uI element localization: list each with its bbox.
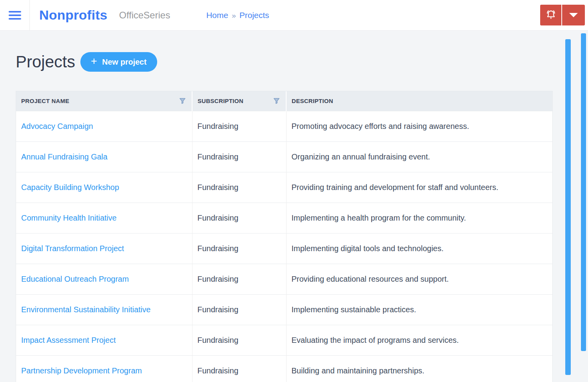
description-cell: Implementing digital tools and technolog… bbox=[286, 233, 552, 264]
outer-scrollbar-thumb[interactable] bbox=[581, 33, 586, 351]
subscription-cell: Fundraising bbox=[192, 294, 286, 325]
description-cell: Building and maintaining partnerships. bbox=[286, 355, 552, 382]
project-name-cell: Impact Assessment Project bbox=[16, 325, 192, 355]
description-cell: Providing training and development for s… bbox=[286, 172, 552, 203]
page-title: Projects bbox=[16, 50, 75, 74]
filter-funnel-icon[interactable] bbox=[273, 97, 280, 105]
plus-icon: + bbox=[91, 56, 97, 67]
main-content: Projects + New project PROJECT NAME bbox=[0, 50, 588, 382]
caret-down-icon bbox=[569, 13, 578, 17]
project-name-cell: Digital Transformation Project bbox=[16, 233, 192, 264]
title-row: Projects + New project bbox=[16, 50, 572, 74]
subscription-cell: Fundraising bbox=[192, 233, 286, 264]
project-name-link[interactable]: Advocacy Campaign bbox=[21, 122, 93, 130]
new-project-label: New project bbox=[102, 58, 147, 67]
subscription-cell: Fundraising bbox=[192, 141, 286, 172]
column-header-subscription: SUBSCRIPTION bbox=[192, 91, 286, 111]
project-name-cell: Educational Outreach Program bbox=[16, 264, 192, 294]
table-row: Digital Transformation Project Fundraisi… bbox=[16, 233, 552, 264]
table-row: Partnership Development Program Fundrais… bbox=[16, 355, 552, 382]
subscription-cell: Fundraising bbox=[192, 172, 286, 203]
table-row: Impact Assessment Project Fundraising Ev… bbox=[16, 325, 552, 355]
menu-button[interactable] bbox=[0, 0, 30, 30]
projects-table: PROJECT NAME SUBSCRIPTION bbox=[16, 91, 553, 382]
table-row: Capacity Building Workshop Fundraising P… bbox=[16, 172, 552, 203]
description-cell: Promoting advocacy efforts and raising a… bbox=[286, 111, 552, 141]
breadcrumb-separator: » bbox=[232, 11, 236, 20]
subscription-cell: Fundraising bbox=[192, 264, 286, 294]
breadcrumb: Home » Projects bbox=[206, 11, 269, 20]
notifications-button[interactable] bbox=[540, 5, 561, 25]
hamburger-icon bbox=[9, 9, 21, 22]
description-cell: Implementing sustainable practices. bbox=[286, 294, 552, 325]
column-header-project-name: PROJECT NAME bbox=[16, 91, 192, 111]
breadcrumb-current-link[interactable]: Projects bbox=[240, 11, 269, 20]
subscription-cell: Fundraising bbox=[192, 111, 286, 141]
breadcrumb-home-link[interactable]: Home bbox=[206, 11, 228, 20]
project-name-link[interactable]: Partnership Development Program bbox=[21, 366, 142, 375]
table-row: Advocacy Campaign Fundraising Promoting … bbox=[16, 111, 552, 141]
description-cell: Evaluating the impact of programs and se… bbox=[286, 325, 552, 355]
brand-suffix: OfficeSeries bbox=[119, 10, 170, 21]
account-dropdown-button[interactable] bbox=[562, 5, 585, 25]
project-name-cell: Environmental Sustainability Initiative bbox=[16, 294, 192, 325]
notification-bell-icon bbox=[544, 9, 557, 22]
project-name-cell: Partnership Development Program bbox=[16, 355, 192, 382]
topbar: Nonprofits OfficeSeries Home » Projects bbox=[0, 0, 588, 31]
project-name-link[interactable]: Digital Transformation Project bbox=[21, 244, 124, 253]
project-name-link[interactable]: Capacity Building Workshop bbox=[21, 183, 119, 192]
column-header-description: DESCRIPTION bbox=[286, 91, 552, 111]
project-name-cell: Community Health Initiative bbox=[16, 203, 192, 233]
brand-logo: Nonprofits bbox=[39, 7, 107, 23]
table-header-row: PROJECT NAME SUBSCRIPTION bbox=[16, 91, 552, 111]
project-name-link[interactable]: Environmental Sustainability Initiative bbox=[21, 305, 151, 314]
new-project-button[interactable]: + New project bbox=[80, 52, 157, 72]
table-body: Advocacy Campaign Fundraising Promoting … bbox=[16, 111, 552, 382]
subscription-cell: Fundraising bbox=[192, 325, 286, 355]
table-row: Community Health Initiative Fundraising … bbox=[16, 203, 552, 233]
project-name-cell: Annual Fundraising Gala bbox=[16, 141, 192, 172]
topbar-actions bbox=[540, 5, 585, 25]
project-name-link[interactable]: Annual Fundraising Gala bbox=[21, 152, 107, 161]
project-name-cell: Capacity Building Workshop bbox=[16, 172, 192, 203]
table-row: Environmental Sustainability Initiative … bbox=[16, 294, 552, 325]
description-cell: Implementing a health program for the co… bbox=[286, 203, 552, 233]
table-row: Educational Outreach Program Fundraising… bbox=[16, 264, 552, 294]
subscription-cell: Fundraising bbox=[192, 355, 286, 382]
project-name-link[interactable]: Community Health Initiative bbox=[21, 214, 116, 222]
inner-scrollbar-thumb[interactable] bbox=[565, 39, 571, 375]
table-row: Annual Fundraising Gala Fundraising Orga… bbox=[16, 141, 552, 172]
project-name-link[interactable]: Impact Assessment Project bbox=[21, 336, 116, 344]
project-name-link[interactable]: Educational Outreach Program bbox=[21, 275, 129, 283]
project-name-cell: Advocacy Campaign bbox=[16, 111, 192, 141]
filter-funnel-icon[interactable] bbox=[179, 97, 186, 105]
description-cell: Organizing an annual fundraising event. bbox=[286, 141, 552, 172]
subscription-cell: Fundraising bbox=[192, 203, 286, 233]
description-cell: Providing educational resources and supp… bbox=[286, 264, 552, 294]
